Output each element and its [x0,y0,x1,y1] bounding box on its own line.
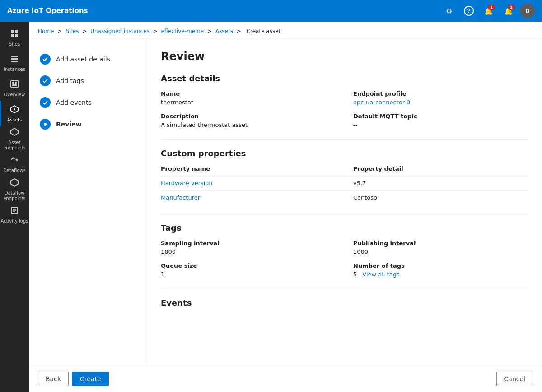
number-of-tags-detail: Number of tags 5 View all tags [353,262,528,278]
steps-panel: Add asset details Add tags Add events [29,39,146,365]
app-title: Azure IoT Operations [7,7,441,15]
avatar-initials: D [525,8,529,14]
divider-3 [161,289,528,289]
breadcrumb: Home > Sites > Unassigned instances > ef… [29,22,542,39]
overview-icon [10,79,19,90]
breadcrumb-assets[interactable]: Assets [215,28,233,34]
custom-properties-header: Property name Property detail [161,165,528,172]
svg-marker-13 [11,128,18,135]
divider-2 [161,214,528,214]
breadcrumb-home[interactable]: Home [38,28,54,34]
notification2-badge: 2 [508,5,515,10]
endpoint-profile-value: opc-ua-connector-0 [353,99,528,106]
assets-icon [10,105,19,116]
sampling-interval-detail: Sampling interval 1000 [161,240,335,255]
svg-rect-7 [11,80,18,88]
review-title: Review [161,50,528,63]
custom-prop-row-2: Manufacturer Contoso [161,190,528,205]
dataflow-endpoints-icon [10,178,19,189]
events-section-title: Events [161,298,528,308]
step-circle-4 [40,119,51,130]
svg-rect-0 [11,30,14,33]
breadcrumb-effective-meme[interactable]: effective-meme [161,28,204,34]
sidebar-item-label-instances: Instances [4,67,25,72]
sidebar-item-overview[interactable]: Overview [0,76,29,101]
notification1-button[interactable]: 🔔 1 [481,3,497,19]
tags-grid: Sampling interval 1000 Publishing interv… [161,240,528,278]
property-detail-header: Property detail [353,165,528,172]
divider-1 [161,139,528,140]
prop-name-1: Hardware version [161,180,335,187]
top-navigation: Azure IoT Operations ⚙ ? 🔔 1 🔔 2 D [0,0,542,22]
breadcrumb-sep3: > [153,28,159,34]
sidebar-item-label-asset-endpoints: Asset endpoints [0,140,29,151]
help-button[interactable]: ? [461,3,477,19]
activity-logs-icon [10,206,19,217]
sidebar-item-activity-logs[interactable]: Activity logs [0,202,29,228]
settings-button[interactable]: ⚙ [441,3,457,19]
settings-icon: ⚙ [446,7,452,15]
asset-details-grid: Name thermostat Endpoint profile opc-ua-… [161,90,528,128]
name-label: Name [161,90,335,97]
sidebar-item-assets[interactable]: Assets [0,101,29,126]
bottom-spacer [161,315,528,333]
back-button[interactable]: Back [38,372,69,386]
mqtt-topic-value: -- [353,121,528,128]
breadcrumb-sep2: > [82,28,89,34]
number-of-tags-label: Number of tags [353,262,528,269]
svg-rect-3 [15,34,18,37]
sidebar-item-dataflow-endpoints[interactable]: Dataflow endpoints [0,177,29,202]
publishing-interval-detail: Publishing interval 1000 [353,240,528,255]
content-area: Home > Sites > Unassigned instances > ef… [29,22,542,392]
sidebar-item-label-activity-logs: Activity logs [0,219,28,224]
notification2-button[interactable]: 🔔 2 [500,3,517,19]
step-label-4: Review [56,121,82,128]
help-icon: ? [464,6,474,16]
body-layout: Add asset details Add tags Add events [29,39,542,365]
step-add-asset-details[interactable]: Add asset details [36,48,139,70]
svg-rect-1 [15,30,18,33]
sampling-interval-label: Sampling interval [161,240,335,247]
svg-rect-6 [11,61,18,62]
step-label-2: Add tags [56,77,84,84]
mqtt-topic-detail: Default MQTT topic -- [353,113,528,128]
sidebar-item-instances[interactable]: Instances [0,51,29,76]
endpoint-profile-label: Endpoint profile [353,90,528,97]
step-add-events[interactable]: Add events [36,92,139,113]
breadcrumb-unassigned[interactable]: Unassigned instances [90,28,150,34]
description-detail: Description A simulated thermostat asset [161,113,335,128]
sampling-interval-value: 1000 [161,248,335,255]
sidebar-item-label-dataflow-endpoints: Dataflow endpoints [0,191,29,201]
queue-size-label: Queue size [161,262,335,269]
sidebar-item-dataflows[interactable]: Dataflows [0,152,29,177]
sidebar-item-asset-endpoints[interactable]: Asset endpoints [0,126,29,152]
step-label-3: Add events [56,99,92,106]
svg-rect-10 [12,84,17,86]
publishing-interval-value: 1000 [353,248,528,255]
step-add-tags[interactable]: Add tags [36,70,139,92]
cancel-button[interactable]: Cancel [496,372,533,386]
breadcrumb-current: Create asset [247,28,281,34]
dataflows-icon [10,155,19,166]
sidebar-item-sites[interactable]: Sites [0,25,29,51]
review-panel: Review Asset details Name thermostat End… [146,39,542,365]
breadcrumb-sep5: > [237,28,243,34]
svg-rect-9 [15,82,17,84]
breadcrumb-sites[interactable]: Sites [65,28,79,34]
create-button[interactable]: Create [72,372,109,386]
instances-icon [10,54,19,65]
topnav-icons: ⚙ ? 🔔 1 🔔 2 D [441,3,535,19]
view-all-tags-link[interactable]: View all tags [362,271,399,278]
user-avatar-button[interactable]: D [520,4,535,18]
sidebar-item-label-sites: Sites [9,42,20,47]
svg-point-12 [14,108,15,110]
step-review[interactable]: Review [36,113,139,135]
svg-rect-4 [11,56,18,57]
notification1-badge: 1 [488,5,495,10]
svg-rect-8 [12,82,14,84]
bottom-bar: Back Create Cancel [29,365,542,392]
queue-size-value: 1 [161,271,335,278]
sidebar-item-label-dataflows: Dataflows [3,168,26,173]
prop-value-1: v5.7 [353,180,528,187]
asset-details-section-title: Asset details [161,74,528,83]
